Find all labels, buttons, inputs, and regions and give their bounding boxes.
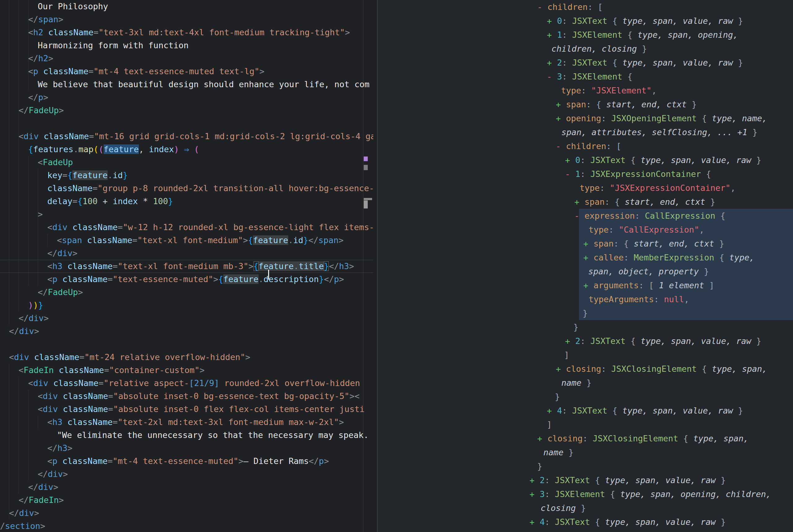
code-line[interactable]: Harmonizing form with function [0, 39, 373, 52]
ast-line[interactable]: +2: JSXText { type, span, value, raw } [378, 56, 793, 70]
tree-expand-icon[interactable]: + [556, 97, 566, 111]
code-line[interactable]: We believe that beautiful design should … [0, 78, 373, 91]
ast-line[interactable]: +2: JSXText { type, span, value, raw } [378, 473, 793, 487]
ast-tree-panel[interactable]: -children: [+0: JSXText { type, span, va… [378, 0, 793, 532]
ast-line[interactable]: +3: JSXElement { type, span, opening, ch… [378, 487, 793, 501]
ast-line[interactable]: children, closing } [378, 42, 793, 56]
tree-collapse-icon[interactable]: - [565, 167, 575, 181]
ast-line[interactable]: +arguments: [ 1 element ] [378, 278, 793, 292]
ast-line[interactable]: type: "JSXExpressionContainer", [378, 181, 793, 195]
tree-expand-icon[interactable]: + [529, 487, 540, 501]
ast-line[interactable]: +closing: JSXClosingElement { type, span… [378, 362, 793, 376]
tree-expand-icon[interactable]: + [565, 334, 575, 348]
code-line[interactable]: </div> [0, 325, 373, 338]
ast-line[interactable]: closing } [378, 501, 793, 515]
tree-expand-icon[interactable]: + [556, 111, 566, 125]
ast-line[interactable]: +span: { start, end, ctxt } [378, 97, 793, 111]
ast-line[interactable]: span, object, property } [378, 264, 793, 278]
code-line[interactable]: </p> [0, 91, 373, 104]
tree-expand-icon[interactable]: + [556, 362, 566, 376]
tree-expand-icon[interactable]: + [529, 515, 540, 529]
code-line[interactable]: /section> [0, 520, 373, 532]
tree-expand-icon[interactable]: + [537, 432, 547, 445]
tree-expand-icon[interactable]: + [547, 56, 557, 70]
ast-line[interactable]: +4: JSXText { type, span, value, raw } [378, 515, 793, 529]
ast-line[interactable]: +callee: MemberExpression { type, [378, 250, 793, 264]
code-line[interactable]: delay={100 + index * 100} [0, 195, 373, 208]
ast-line[interactable]: +2: JSXText { type, span, value, raw } [378, 334, 793, 348]
code-editor[interactable]: Our Philosophy</span><h2 className="text… [0, 0, 373, 532]
code-line[interactable]: </div> [0, 481, 373, 494]
ast-line[interactable]: } [378, 320, 793, 334]
code-line[interactable]: Our Philosophy [0, 0, 373, 13]
code-line[interactable]: <p className="mt-4 text-essence-muted">—… [0, 455, 373, 468]
ast-line[interactable]: } [378, 390, 793, 404]
code-line[interactable]: <p className="text-essence-muted">{featu… [0, 273, 373, 286]
code-line[interactable]: <h3 className="text-xl font-medium mb-3"… [0, 260, 373, 273]
code-line[interactable]: <FadeUp [0, 156, 373, 169]
code-line[interactable]: <FadeIn className="container-custom"> [0, 364, 373, 377]
ast-line[interactable]: +opening: JSXOpeningElement { type, name… [378, 111, 793, 125]
ast-line[interactable]: -children: [ [378, 139, 793, 153]
code-line[interactable]: <div className="mt-16 grid grid-cols-1 m… [0, 130, 373, 143]
code-line[interactable]: key={feature.id} [0, 169, 373, 182]
ast-line[interactable]: ] [378, 418, 793, 432]
code-line[interactable]: </div> [0, 312, 373, 325]
code-line[interactable]: </div> [0, 468, 373, 481]
code-line[interactable]: <h3 className="text-2xl md:text-3xl font… [0, 416, 373, 429]
tree-collapse-icon[interactable]: - [574, 209, 584, 223]
code-line[interactable]: </h3> [0, 442, 373, 455]
code-line[interactable]: ))} [0, 299, 373, 312]
tree-expand-icon[interactable]: + [547, 28, 557, 42]
ast-line[interactable]: name } [378, 445, 793, 459]
ast-line[interactable]: +span: { start, end, ctxt } [378, 195, 793, 209]
code-line[interactable]: {features.map((feature, index) ⇒ ( [0, 143, 373, 156]
tree-collapse-icon[interactable]: - [547, 70, 557, 83]
code-line[interactable]: className="group p-8 rounded-2xl transit… [0, 182, 373, 195]
ast-line[interactable]: +0: JSXText { type, span, value, raw } [378, 14, 793, 28]
code-line[interactable] [0, 117, 373, 130]
tree-expand-icon[interactable]: + [529, 473, 540, 487]
ast-line[interactable]: name } [378, 376, 793, 390]
code-line[interactable]: <h2 className="text-3xl md:text-4xl font… [0, 26, 373, 39]
code-line[interactable]: <div className="w-12 h-12 rounded-xl bg-… [0, 221, 373, 234]
tree-expand-icon[interactable]: + [583, 236, 594, 250]
code-line[interactable]: "We eliminate the unnecessary so that th… [0, 429, 373, 442]
code-line[interactable]: </div> [0, 247, 373, 260]
ast-line[interactable]: -1: JSXExpressionContainer { [378, 167, 793, 181]
ast-line[interactable]: +4: JSXText { type, span, value, raw } [378, 404, 793, 418]
ast-line[interactable]: +1: JSXElement { type, span, opening, [378, 28, 793, 42]
code-line[interactable]: <div className="absolute inset-0 flex fl… [0, 403, 373, 416]
tree-expand-icon[interactable]: + [565, 153, 575, 167]
ast-line[interactable]: } [378, 459, 793, 473]
ast-line[interactable]: +span: { start, end, ctxt } [378, 236, 793, 250]
ast-line[interactable]: -expression: CallExpression { [378, 209, 793, 223]
code-line[interactable]: <p className="mt-4 text-essence-muted te… [0, 65, 373, 78]
ast-line[interactable]: +closing: JSXClosingElement { type, span… [378, 432, 793, 445]
ast-line[interactable]: +0: JSXText { type, span, value, raw } [378, 153, 793, 167]
code-line[interactable]: <span className="text-xl font-medium">{f… [0, 234, 373, 247]
tree-collapse-icon[interactable]: - [556, 139, 566, 153]
code-line[interactable]: </FadeUp> [0, 104, 373, 117]
ast-line[interactable]: typeArguments: null, [378, 292, 793, 306]
ast-line[interactable]: ] [378, 348, 793, 362]
code-line[interactable]: </span> [0, 13, 373, 26]
tree-expand-icon[interactable]: + [547, 14, 557, 28]
code-line[interactable]: </FadeIn> [0, 494, 373, 507]
code-line[interactable]: <div className="relative aspect-[21/9] r… [0, 377, 373, 390]
code-line[interactable]: </FadeUp> [0, 286, 373, 299]
tree-expand-icon[interactable]: + [583, 278, 594, 292]
tree-collapse-icon[interactable]: - [537, 0, 547, 14]
code-line[interactable]: <div className="mt-24 relative overflow-… [0, 351, 373, 364]
ast-line[interactable]: -3: JSXElement { [378, 70, 793, 83]
code-line[interactable]: </div> [0, 507, 373, 520]
tree-expand-icon[interactable]: + [583, 250, 594, 264]
tree-expand-icon[interactable]: + [574, 195, 584, 209]
ast-line[interactable]: -children: [ [378, 0, 793, 14]
code-line[interactable]: </h2> [0, 52, 373, 65]
ast-line[interactable]: span, attributes, selfClosing, ... +1 } [378, 125, 793, 139]
ast-line[interactable]: type: "CallExpression", [378, 223, 793, 236]
ast-line[interactable]: } [378, 306, 793, 320]
tree-expand-icon[interactable]: + [547, 404, 557, 418]
ast-line[interactable]: type: "JSXElement", [378, 83, 793, 97]
